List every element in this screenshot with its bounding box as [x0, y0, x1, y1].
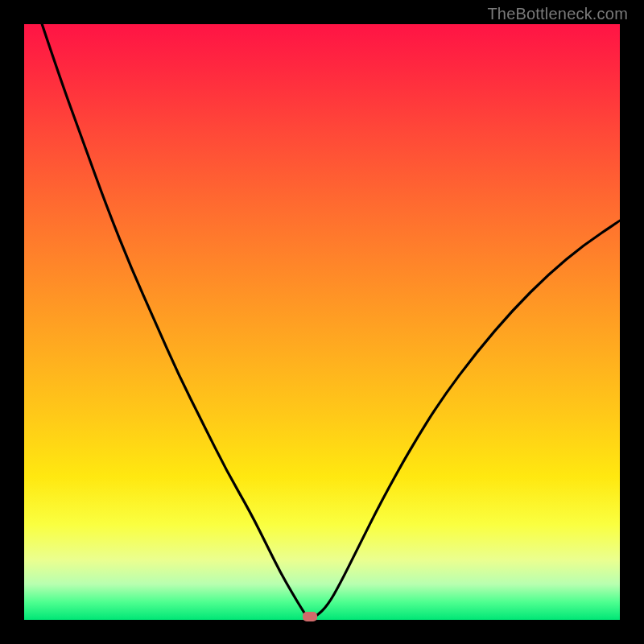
optimal-point-marker — [303, 612, 317, 621]
watermark-text: TheBottleneck.com — [487, 5, 628, 23]
plot-area — [24, 24, 620, 620]
chart-frame: TheBottleneck.com — [0, 0, 644, 644]
bottleneck-curve — [24, 24, 620, 620]
